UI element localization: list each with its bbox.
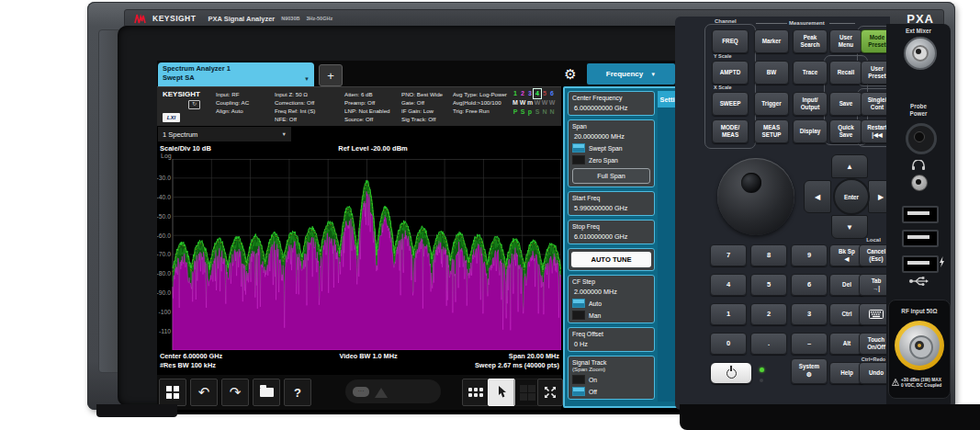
freq-offset-field[interactable]: Freq Offset 0 Hz xyxy=(568,327,655,352)
peak-search-key[interactable]: Peak Search xyxy=(793,29,828,53)
arrow-up-key[interactable]: ▲ xyxy=(831,154,868,178)
file-explorer-button[interactable] xyxy=(253,379,280,406)
rf-warning: +30 dBm (1W) MAX 0 VDC, DC Coupled xyxy=(892,378,949,389)
rf-input-panel: RF Input 50Ω +30 dBm (1W) MAX 0 VDC, DC … xyxy=(888,300,951,399)
add-tab-button[interactable]: + xyxy=(319,64,343,86)
digit-4-key[interactable]: 4 xyxy=(710,274,747,296)
undo-arrow-icon: ↶ xyxy=(198,384,210,401)
infobar-col3: Atten: 6 dBPreamp: OffLNP: Not EnabledSo… xyxy=(344,90,390,123)
measurement-tab[interactable]: Spectrum Analyzer 1 Swept SA ▼ xyxy=(158,62,314,86)
span-group: Span 20.0000000 MHz Swept Span Zero Span xyxy=(568,119,655,187)
message-tray[interactable]: ··· xyxy=(345,379,441,403)
spectrum-plot[interactable]: -30.0-40.0-50.0-60.0-70.0-80.0-90.0-100-… xyxy=(157,159,561,350)
infobar-col2: Input Z: 50 ΩCorrections: OffFreq Ref: I… xyxy=(275,90,315,123)
rotary-knob[interactable] xyxy=(717,158,794,235)
apps-grid-button[interactable] xyxy=(462,379,490,406)
trace-selector-dropdown[interactable]: 1 Spectrum ▼ xyxy=(158,127,291,141)
enter-key[interactable]: Enter xyxy=(833,178,870,215)
toggle-on-icon xyxy=(572,143,585,153)
system-key[interactable]: System ⚙ xyxy=(791,358,828,384)
keyboard-icon xyxy=(869,310,884,319)
arrow-left-key[interactable]: ◀ xyxy=(804,180,831,213)
freq-key[interactable]: FREQ xyxy=(712,29,749,53)
svg-text:-90.0: -90.0 xyxy=(157,289,171,296)
quick-save-key[interactable]: Quick Save xyxy=(829,119,862,143)
stop-freq-value: 6.010000000 GHz xyxy=(572,232,650,241)
apps-grid-icon xyxy=(468,388,483,397)
cf-step-field[interactable]: CF Step 2.000000 MHz xyxy=(572,278,650,296)
trace-key[interactable]: Trace xyxy=(793,61,828,85)
hardkey-panel: Channel Measurement Y Scale X Scale FREQ… xyxy=(675,17,890,410)
minus-key[interactable]: – xyxy=(791,333,828,355)
bw-key[interactable]: BW xyxy=(754,61,789,85)
digit-6-key[interactable]: 6 xyxy=(791,274,828,296)
center-frequency-field[interactable]: Center Frequency 6.000000000 GHz xyxy=(568,91,655,116)
settings-info-bar: KEYSIGHT ↻ LXI Input: RFCoupling: ACAlig… xyxy=(157,86,561,126)
digit-3-key[interactable]: 3 xyxy=(791,303,828,325)
user-menu-key[interactable]: User Menu xyxy=(829,29,862,53)
stop-freq-field[interactable]: Stop Freq 6.010000000 GHz xyxy=(568,220,655,244)
start-freq-field[interactable]: Start Freq 5.990000000 GHz xyxy=(568,191,655,216)
digit-8-key[interactable]: 8 xyxy=(750,244,787,266)
power-button[interactable] xyxy=(710,362,752,384)
screen-capture-icon[interactable]: ↻ xyxy=(188,100,200,109)
trace-status-indicators[interactable]: 123456 MWmWWW PSpSNN xyxy=(512,89,559,117)
zero-span-option[interactable]: Zero Span xyxy=(572,155,650,164)
alert-triangle-icon xyxy=(375,381,388,398)
svg-text:-110: -110 xyxy=(159,328,171,334)
help-button-toolbar[interactable]: ? xyxy=(284,379,311,406)
cf-step-man-option[interactable]: Man xyxy=(572,311,650,320)
cf-step-auto-option[interactable]: Auto xyxy=(572,299,650,308)
brand-name: KEYSIGHT xyxy=(152,14,196,23)
mode-meas-key[interactable]: MODE/ MEAS xyxy=(712,119,749,143)
gear-icon[interactable]: ⚙ xyxy=(559,63,581,85)
touch-pointer-button[interactable] xyxy=(488,379,515,406)
decimal-point-key[interactable]: . xyxy=(750,333,787,355)
signal-track-on-option[interactable]: On xyxy=(572,375,650,384)
usb-port-1[interactable] xyxy=(902,206,939,223)
display-key[interactable]: Display xyxy=(793,119,828,143)
sweep-key[interactable]: SWEEP xyxy=(712,92,749,116)
rf-input-center-pin xyxy=(918,344,921,347)
redo-button[interactable]: ↷ xyxy=(221,379,249,406)
digit-0-key[interactable]: 0 xyxy=(710,333,747,355)
tab-dropdown-icon: ▼ xyxy=(304,76,310,84)
lcd-screen: Spectrum Analyzer 1 Swept SA ▼ + ⚙ Frequ… xyxy=(157,61,697,414)
arrow-down-key[interactable]: ▼ xyxy=(831,215,868,239)
fast-charge-bolt-icon xyxy=(939,256,945,267)
windows-start-button[interactable] xyxy=(159,379,186,406)
swept-span-option[interactable]: Swept Span xyxy=(572,143,650,153)
amptd-key[interactable]: AMPTD xyxy=(712,61,749,85)
digit-1-key[interactable]: 1 xyxy=(710,303,747,325)
product-name: PXA Signal Analyzer xyxy=(208,15,275,23)
signal-track-off-option[interactable]: Off xyxy=(572,387,650,396)
digit-5-key[interactable]: 5 xyxy=(750,274,787,296)
toggle-off-icon xyxy=(572,375,585,384)
meas-setup-key[interactable]: MEAS SETUP xyxy=(754,119,789,143)
trigger-key[interactable]: Trigger xyxy=(754,92,789,116)
input-output-key[interactable]: Input/ Output xyxy=(793,92,828,116)
model-number: N9030B xyxy=(281,16,299,21)
full-span-button[interactable]: Full Span xyxy=(572,168,650,184)
instrument-chassis: KEYSIGHT PXA Signal Analyzer N9030B 3Hz-… xyxy=(87,2,955,410)
rf-input-label: RF Input 50Ω xyxy=(889,308,950,315)
usb-port-2[interactable] xyxy=(902,230,939,247)
span-value: 20.0000000 MHz xyxy=(572,132,650,141)
save-key[interactable]: Save xyxy=(829,92,862,116)
menu-items-column: Center Frequency 6.000000000 GHz Span 20… xyxy=(568,91,655,400)
marker-key[interactable]: Marker xyxy=(754,29,789,53)
video-bw-annotation: Video BW 1.0 MHz xyxy=(295,352,442,360)
digit-7-key[interactable]: 7 xyxy=(710,244,747,266)
usb-port-3[interactable] xyxy=(902,255,939,273)
span-annotation: Span 20.00 MHz xyxy=(509,352,559,360)
undo-button[interactable]: ↶ xyxy=(190,379,218,406)
center-freq-annotation: Center 6.00000 GHz xyxy=(160,352,222,360)
digit-9-key[interactable]: 9 xyxy=(791,244,828,266)
frequency-menu-dropdown[interactable]: Frequency ▼ xyxy=(587,63,675,85)
toggle-on-icon xyxy=(572,299,585,308)
span-field[interactable]: Span 20.0000000 MHz xyxy=(572,123,650,141)
digit-2-key[interactable]: 2 xyxy=(750,303,787,325)
auto-tune-button[interactable]: AUTO TUNE xyxy=(571,252,651,267)
recall-key[interactable]: Recall xyxy=(829,61,862,85)
fullscreen-button[interactable] xyxy=(537,379,563,406)
